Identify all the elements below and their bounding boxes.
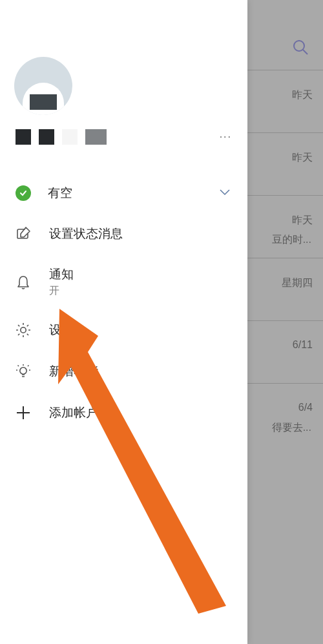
- lightbulb-icon: [14, 362, 32, 380]
- status-message-label: 设置状态消息: [49, 225, 123, 242]
- set-status-message[interactable]: 设置状态消息: [0, 213, 247, 254]
- status-available-icon: [16, 185, 31, 201]
- chat-time: 6/11: [293, 339, 313, 351]
- search-icon: [291, 37, 310, 59]
- drawer-scrim[interactable]: 昨天 昨天 昨天 豆的时... 星期四 6/11 6/4 得要去...: [247, 0, 323, 644]
- plus-icon: [14, 404, 32, 422]
- settings-row[interactable]: 设置: [0, 309, 247, 351]
- avatar[interactable]: [14, 57, 72, 115]
- chat-item: 6/11: [247, 320, 323, 383]
- chat-item: 昨天: [247, 70, 323, 132]
- side-drawer: ··· 有空 设置状态消息: [0, 0, 247, 644]
- chat-time: 6/4: [298, 402, 313, 413]
- chat-preview: 豆的时...: [272, 233, 311, 247]
- chat-item: 6/4 得要去...: [247, 383, 323, 446]
- gear-icon: [14, 321, 32, 339]
- whats-new-label: 新增功能: [49, 363, 98, 380]
- whats-new-row[interactable]: 新增功能: [0, 351, 247, 392]
- svg-point-0: [21, 327, 26, 333]
- bell-icon: [14, 273, 32, 291]
- profile-section: ···: [0, 0, 247, 151]
- svg-point-1: [20, 368, 26, 374]
- chat-time: 星期四: [282, 276, 313, 290]
- chat-time: 昨天: [292, 214, 313, 227]
- settings-label: 设置: [49, 322, 74, 338]
- chat-time: 昨天: [292, 88, 313, 102]
- notifications-row[interactable]: 通知 开: [0, 254, 247, 309]
- chat-preview: 得要去...: [272, 421, 311, 435]
- background-chat-list: 昨天 昨天 昨天 豆的时... 星期四 6/11 6/4 得要去...: [247, 70, 323, 446]
- compose-icon: [14, 225, 32, 243]
- add-account-row[interactable]: 添加帐户: [0, 392, 247, 433]
- notifications-state: 开: [49, 284, 74, 298]
- status-row[interactable]: 有空: [0, 173, 247, 213]
- chat-time: 昨天: [292, 151, 313, 165]
- chevron-down-icon: [218, 185, 232, 202]
- svg-point-2: [294, 41, 304, 51]
- chat-item: 星期四: [247, 258, 323, 320]
- user-name: [16, 129, 107, 145]
- menu: 有空 设置状态消息 通知 开: [0, 173, 247, 433]
- notifications-label: 通知: [49, 266, 74, 283]
- more-icon[interactable]: ···: [220, 131, 232, 143]
- chat-item: 昨天: [247, 132, 323, 195]
- status-label: 有空: [48, 185, 72, 202]
- chat-item: 昨天 豆的时...: [247, 195, 323, 258]
- add-account-label: 添加帐户: [49, 404, 98, 421]
